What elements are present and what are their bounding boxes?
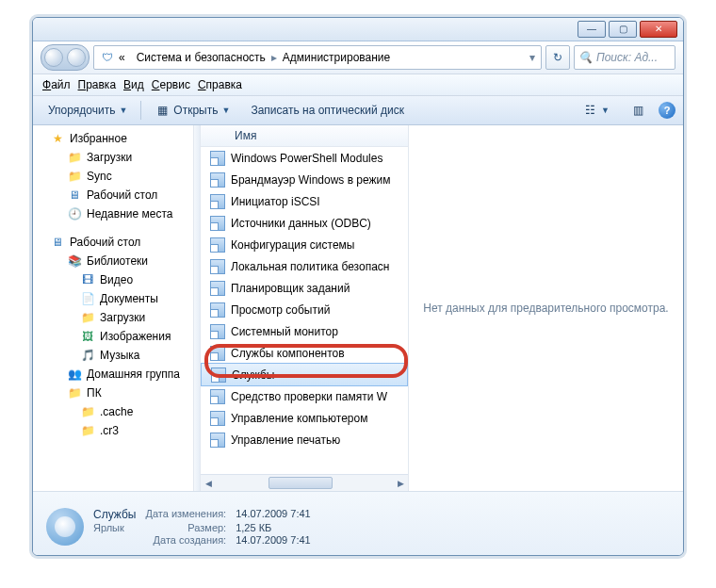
- image-icon: 🖼: [80, 329, 95, 344]
- nav-lib-downloads[interactable]: 📁Загрузки: [33, 308, 193, 327]
- list-item[interactable]: Управление компьютером: [201, 407, 408, 429]
- organize-button[interactable]: Упорядочить▼: [41, 101, 135, 120]
- list-item-label: Службы компонентов: [231, 347, 345, 360]
- nav-documents[interactable]: 📄Документы: [33, 289, 193, 308]
- list-item[interactable]: Windows PowerShell Modules: [201, 147, 408, 169]
- list-item[interactable]: Локальная политика безопасн: [201, 255, 408, 277]
- list-item-label: Инициатор iSCSI: [231, 195, 320, 208]
- open-button[interactable]: ▦Открыть▼: [147, 100, 237, 121]
- view-mode-button[interactable]: ☷▼: [575, 100, 617, 121]
- breadcrumb-seg2[interactable]: Администрирование: [277, 46, 396, 69]
- list-item-label: Системный монитор: [231, 325, 338, 338]
- breadcrumb-seg1[interactable]: Система и безопасность: [131, 46, 271, 69]
- list-item[interactable]: Службы компонентов: [201, 342, 408, 364]
- list-item[interactable]: Службы: [201, 363, 408, 386]
- nav-sync[interactable]: 📁Sync: [33, 167, 193, 186]
- nav-downloads[interactable]: 📁Загрузки: [33, 148, 193, 167]
- document-icon: 📄: [80, 291, 95, 306]
- library-icon: 📚: [67, 253, 82, 269]
- shortcut-icon: [210, 433, 225, 448]
- list-item[interactable]: Инициатор iSCSI: [201, 190, 408, 212]
- nav-recent[interactable]: 🕘Недавние места: [33, 204, 193, 223]
- desktop-icon: 🖥: [67, 188, 82, 203]
- breadcrumb[interactable]: 🛡« Система и безопасность ▸ Администриро…: [93, 45, 542, 70]
- list-item[interactable]: Средство проверки памяти W: [201, 385, 408, 407]
- scroll-right-icon[interactable]: ▶: [393, 476, 408, 490]
- shield-icon: 🛡: [100, 50, 115, 65]
- pc-icon: 📁: [67, 385, 82, 400]
- title-bar[interactable]: — ▢ ✕: [33, 18, 683, 41]
- back-forward-buttons[interactable]: [41, 44, 90, 71]
- list-item[interactable]: Просмотр событий: [201, 299, 408, 320]
- shortcut-icon: [210, 411, 225, 426]
- help-button[interactable]: ?: [659, 102, 675, 119]
- shortcut-icon: [210, 389, 225, 404]
- list-item[interactable]: Источники данных (ODBC): [201, 212, 408, 234]
- menu-tools[interactable]: Сервис: [152, 78, 190, 92]
- list-item-label: Управление печатью: [231, 433, 340, 447]
- search-placeholder: Поиск: Ад...: [596, 51, 658, 64]
- label-modified: Дата изменения:: [145, 508, 226, 521]
- nav-cr3[interactable]: 📁.cr3: [33, 421, 193, 440]
- nav-cache[interactable]: 📁.cache: [33, 402, 193, 421]
- scroll-track[interactable]: [216, 476, 393, 490]
- nav-video[interactable]: 🎞Видео: [33, 270, 193, 289]
- separator: [140, 101, 141, 120]
- shortcut-icon: [210, 324, 225, 339]
- burn-button[interactable]: Записать на оптический диск: [243, 101, 412, 120]
- list-item[interactable]: Брандмауэр Windows в режим: [201, 169, 408, 190]
- nav-pc[interactable]: 📁ПК: [33, 384, 193, 402]
- value-modified: 14.07.2009 7:41: [236, 508, 311, 521]
- search-icon: 🔍: [578, 51, 593, 64]
- shortcut-icon: [210, 259, 225, 274]
- recent-icon: 🕘: [67, 206, 82, 221]
- file-list[interactable]: Windows PowerShell ModulesБрандмауэр Win…: [201, 147, 408, 474]
- music-icon: 🎵: [80, 348, 95, 363]
- list-item-label: Службы: [232, 368, 274, 382]
- maximize-button[interactable]: ▢: [609, 21, 637, 38]
- nav-music[interactable]: 🎵Музыка: [33, 346, 193, 365]
- gear-icon: [46, 508, 84, 546]
- nav-homegroup[interactable]: 👥Домашняя группа: [33, 365, 193, 384]
- list-item[interactable]: Управление печатью: [201, 429, 408, 450]
- splitter[interactable]: [194, 125, 201, 491]
- list-item[interactable]: Планировщик заданий: [201, 277, 408, 299]
- breadcrumb-back: «: [119, 51, 125, 64]
- nav-favorites[interactable]: ★Избранное: [33, 129, 193, 148]
- nav-desktop[interactable]: 🖥Рабочий стол: [33, 233, 193, 252]
- details-name: Службы: [93, 508, 136, 521]
- star-icon: ★: [50, 131, 65, 146]
- nav-libraries[interactable]: 📚Библиотеки: [33, 252, 193, 270]
- navigation-bar: 🛡« Система и безопасность ▸ Администриро…: [33, 41, 683, 74]
- view-icon: ☷: [582, 103, 597, 118]
- list-item-label: Источники данных (ODBC): [231, 217, 371, 230]
- shortcut-icon: [210, 237, 225, 253]
- nav-desktop-fav[interactable]: 🖥Рабочий стол: [33, 186, 193, 204]
- menu-edit[interactable]: Правка: [78, 78, 117, 92]
- menu-help[interactable]: Справка: [198, 78, 242, 92]
- shortcut-icon: [210, 346, 225, 361]
- minimize-button[interactable]: —: [578, 21, 606, 38]
- list-item-label: Локальная политика безопасн: [231, 260, 389, 273]
- list-item[interactable]: Системный монитор: [201, 320, 408, 342]
- shortcut-icon: [210, 172, 225, 188]
- column-header-name[interactable]: Имя: [201, 125, 408, 147]
- chevron-down-icon[interactable]: ▾: [524, 51, 541, 64]
- scroll-thumb[interactable]: [268, 477, 333, 489]
- horizontal-scrollbar[interactable]: ◀ ▶: [201, 474, 408, 491]
- list-item-label: Планировщик заданий: [231, 282, 350, 295]
- shortcut-icon: [210, 194, 225, 209]
- menu-file[interactable]: Файл: [42, 78, 71, 92]
- folder-icon: 📁: [80, 423, 95, 438]
- list-item[interactable]: Конфигурация системы: [201, 234, 408, 255]
- search-input[interactable]: 🔍 Поиск: Ад...: [574, 45, 675, 70]
- close-button[interactable]: ✕: [640, 21, 677, 38]
- nav-pictures[interactable]: 🖼Изображения: [33, 327, 193, 346]
- value-created: 14.07.2009 7:41: [236, 534, 311, 546]
- folder-icon: 📁: [80, 310, 95, 325]
- navigation-pane[interactable]: ★Избранное 📁Загрузки 📁Sync 🖥Рабочий стол…: [33, 125, 194, 491]
- scroll-left-icon[interactable]: ◀: [201, 476, 216, 490]
- menu-view[interactable]: Вид: [123, 78, 144, 92]
- refresh-button[interactable]: ↻: [545, 45, 570, 70]
- preview-pane-button[interactable]: ▥: [623, 100, 653, 121]
